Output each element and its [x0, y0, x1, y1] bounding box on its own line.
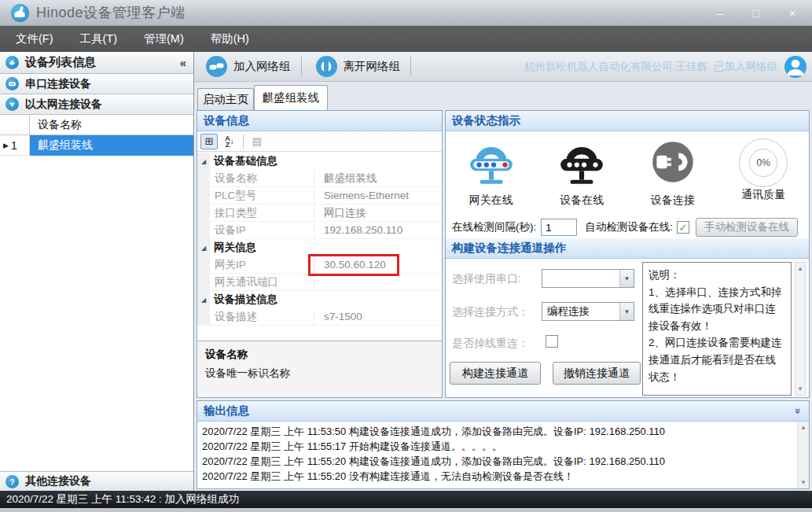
build-channel-button[interactable]: 构建连接通道	[450, 362, 541, 385]
selector-column-header	[0, 115, 30, 134]
output-collapse-icon[interactable]: »	[792, 408, 804, 414]
indicator-gateway-online: 网关在线	[446, 131, 537, 215]
property-value[interactable]: 192.168.250.110	[314, 222, 442, 239]
category-expander-icon[interactable]: ◢	[197, 153, 210, 170]
menu-item[interactable]: 工具(T)	[69, 26, 129, 52]
sidebar-item-serial-devices[interactable]: 串口连接设备	[0, 74, 193, 94]
device-table-header: 设备名称	[0, 115, 193, 135]
join-network-icon	[205, 55, 228, 78]
property-value[interactable]	[314, 274, 442, 291]
property-category-row[interactable]: ◢网关信息	[197, 239, 442, 256]
property-category-row[interactable]: ◢设备基础信息	[197, 153, 442, 170]
scroll-up-icon[interactable]: ▲	[795, 265, 805, 272]
indicator-label: 网关在线	[446, 193, 537, 208]
device-name-cell[interactable]: 麒盛组装线	[30, 135, 193, 156]
property-row[interactable]: 网关IP30.50.60.120	[197, 256, 442, 274]
minimize-button[interactable]: –	[708, 6, 732, 20]
indicator-device-online: 设备在线	[537, 131, 628, 215]
selected-property-description: 设备唯一标识名称	[205, 367, 434, 381]
menu-item[interactable]: 管理(M)	[133, 26, 195, 52]
indicator-device-connect: 设备连接	[627, 131, 718, 215]
property-value[interactable]: Siemens-Ethernet	[314, 187, 442, 204]
tab-device[interactable]: 麒盛组装线	[254, 85, 328, 110]
interval-input[interactable]	[541, 219, 577, 236]
property-label: 设备名称	[210, 170, 314, 187]
property-value[interactable]: s7-1500	[314, 308, 442, 326]
main-toolbar: 加入网络组 离开网络组 杭州新松机器人自动化有限公司:王佳辉 已加入网络组	[194, 52, 812, 82]
category-name: 网关信息	[210, 241, 256, 255]
manual-detect-button[interactable]: 手动检测设备在线	[696, 218, 798, 237]
serial-port-select[interactable]: ▼	[542, 269, 634, 288]
category-expander-icon[interactable]: ◢	[197, 239, 210, 256]
property-row[interactable]: 设备IP192.168.250.110	[197, 222, 442, 239]
row-gutter	[197, 187, 210, 204]
device-list-icon	[6, 56, 19, 69]
row-gutter	[197, 204, 210, 222]
note-box: 说明：1、选择串口、连接方式和掉线重连操作选项只对串口连接设备有效！2、网口连接…	[642, 262, 792, 396]
property-label: 设备描述	[210, 308, 314, 326]
property-row[interactable]: 设备名称麒盛组装线	[197, 170, 442, 187]
sidebar-item-label: 串口连接设备	[25, 77, 91, 91]
connect-mode-select[interactable]: 编程连接 ▼	[542, 302, 634, 321]
indicator-label: 设备在线	[537, 193, 628, 208]
row-gutter	[197, 256, 210, 274]
serial-device-icon	[6, 77, 19, 90]
maximize-button[interactable]: □	[744, 6, 768, 20]
row-marker-icon: ▶	[3, 142, 9, 149]
device-status-panel: 设备状态指示 网关在线 设备在线	[445, 110, 810, 398]
scroll-down-icon[interactable]: ▼	[795, 385, 805, 392]
leave-network-icon	[315, 55, 338, 78]
gateway-online-icon	[465, 138, 517, 190]
app-logo-icon	[11, 4, 29, 22]
device-table-row[interactable]: ▶ 1 麒盛组装线	[0, 135, 193, 156]
property-row[interactable]: PLC型号Siemens-Ethernet	[197, 187, 442, 204]
log-line: 2020/7/22 星期三 上午 11:55:20 没有构建连接通道，无法自动检…	[202, 469, 804, 484]
sidebar-item-ethernet-devices[interactable]: 以太网连接设备	[0, 94, 193, 115]
row-gutter	[197, 274, 210, 291]
dropdown-arrow-icon[interactable]: ▼	[619, 270, 634, 287]
category-expander-icon[interactable]: ◢	[197, 291, 210, 308]
sidebar-item-label: 其他连接设备	[25, 474, 91, 488]
property-value[interactable]: 网口连接	[314, 204, 442, 222]
row-gutter	[197, 222, 210, 239]
property-value[interactable]: 麒盛组装线	[314, 170, 442, 187]
tab-home[interactable]: 启动主页	[197, 88, 254, 110]
property-value[interactable]: 30.50.60.120	[314, 256, 442, 274]
join-network-group-button[interactable]: 加入网络组	[197, 54, 299, 79]
scroll-down-icon[interactable]: ▼	[798, 479, 809, 486]
dropdown-arrow-icon[interactable]: ▼	[619, 303, 634, 320]
sidebar-item-other-devices[interactable]: ? 其他连接设备	[0, 471, 193, 491]
row-index: 1	[11, 139, 17, 152]
alphabetical-sort-icon[interactable]: AZ↓	[221, 134, 238, 149]
revoke-channel-button[interactable]: 撤销连接通道	[553, 362, 641, 385]
button-label: 离开网络组	[344, 59, 401, 74]
app-window: Hinode设备管理客户端 – □ × 文件(F)工具(T)管理(M)帮助(H)…	[0, 0, 812, 512]
ethernet-device-icon	[6, 98, 19, 111]
window-bottom-edge	[0, 508, 812, 512]
note-scrollbar[interactable]: ▲ ▼	[795, 262, 806, 396]
property-pages-icon: ▤	[248, 134, 266, 149]
property-row[interactable]: 接口类型网口连接	[197, 204, 442, 222]
property-row[interactable]: 网关通讯端口	[197, 274, 442, 291]
menu-item[interactable]: 帮助(H)	[200, 26, 260, 52]
sidebar-collapse-icon[interactable]: «	[180, 56, 186, 69]
auto-detect-checkbox[interactable]: ✓	[677, 221, 689, 234]
leave-network-group-button[interactable]: 离开网络组	[307, 54, 409, 79]
property-grid: ◢设备基础信息设备名称麒盛组装线PLC型号Siemens-Ethernet接口类…	[197, 153, 442, 341]
category-name: 设备基础信息	[210, 154, 277, 168]
output-scrollbar[interactable]: ▲ ▼	[797, 422, 809, 488]
serial-port-label: 选择使用串口:	[452, 272, 521, 286]
scroll-up-icon[interactable]: ▲	[798, 424, 809, 431]
close-button[interactable]: ×	[781, 6, 804, 20]
auto-detect-label: 自动检测设备在线:	[585, 220, 673, 234]
toolbar-user-area: 杭州新松机器人自动化有限公司:王佳辉 已加入网络组	[524, 55, 812, 79]
menu-item[interactable]: 文件(F)	[5, 26, 64, 52]
property-category-row[interactable]: ◢设备描述信息	[197, 291, 442, 308]
property-row[interactable]: 设备描述s7-1500	[197, 308, 442, 326]
output-log: 2020/7/22 星期三 上午 11:53:50 构建设备连接通道成功，添加设…	[197, 422, 809, 488]
reconnect-checkbox[interactable]	[546, 335, 558, 348]
channel-header: 构建设备连接通道操作	[446, 238, 809, 259]
svg-text:?: ?	[9, 477, 14, 486]
categorized-view-icon[interactable]: ⊞	[200, 134, 218, 149]
user-avatar-icon[interactable]	[784, 55, 807, 79]
